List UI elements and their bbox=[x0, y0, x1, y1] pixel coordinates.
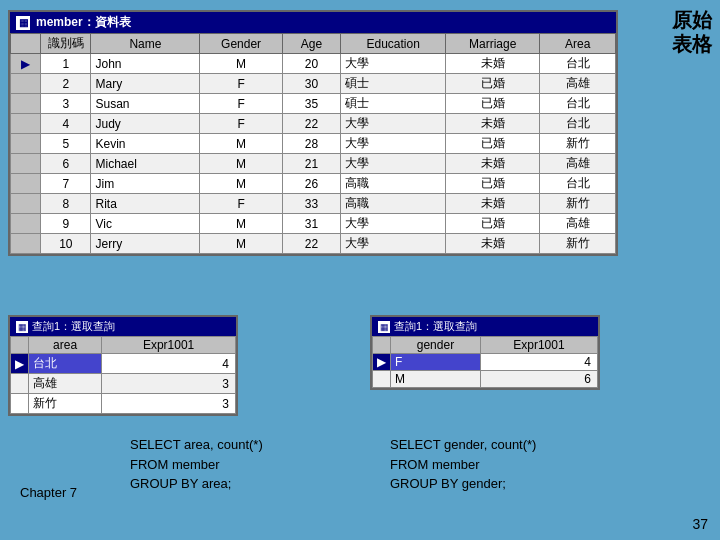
row-name: Judy bbox=[91, 114, 200, 134]
row-id: 6 bbox=[41, 154, 91, 174]
row-education: 大學 bbox=[341, 114, 446, 134]
query-left-table: area Expr1001 ▶台北4高雄3新竹3 bbox=[10, 336, 236, 414]
row-gender: F bbox=[200, 74, 282, 94]
row-id: 10 bbox=[41, 234, 91, 254]
row-arrow-cell bbox=[11, 234, 41, 254]
row-name: Susan bbox=[91, 94, 200, 114]
col-arrow-header bbox=[11, 34, 41, 54]
row-age: 26 bbox=[282, 174, 341, 194]
row-age: 35 bbox=[282, 94, 341, 114]
table-row: 3SusanF35碩士已婚台北 bbox=[11, 94, 616, 114]
row-arrow-cell bbox=[11, 74, 41, 94]
page-number: 37 bbox=[692, 516, 708, 532]
col-name-header: Name bbox=[91, 34, 200, 54]
row-age: 21 bbox=[282, 154, 341, 174]
row-age: 22 bbox=[282, 234, 341, 254]
col-marriage-header: Marriage bbox=[445, 34, 540, 54]
row-id: 9 bbox=[41, 214, 91, 234]
sql-left: SELECT area, count(*) FROM member GROUP … bbox=[130, 435, 263, 494]
query-right-titlebar: ▦ 查詢1：選取查詢 bbox=[372, 317, 598, 336]
row-arrow-cell bbox=[11, 194, 41, 214]
row-education: 碩士 bbox=[341, 94, 446, 114]
chapter-text: Chapter 7 bbox=[20, 485, 77, 500]
col-age-header: Age bbox=[282, 34, 341, 54]
row-marriage: 未婚 bbox=[445, 194, 540, 214]
row-arrow-cell bbox=[11, 114, 41, 134]
row-gender: F bbox=[200, 194, 282, 214]
row-id: 8 bbox=[41, 194, 91, 214]
col-area-header: Area bbox=[540, 34, 616, 54]
row-education: 碩士 bbox=[341, 74, 446, 94]
row-gender: M bbox=[200, 154, 282, 174]
row-gender: F bbox=[200, 114, 282, 134]
row-marriage: 已婚 bbox=[445, 94, 540, 114]
row-name: John bbox=[91, 54, 200, 74]
row-age: 28 bbox=[282, 134, 341, 154]
row-marriage: 已婚 bbox=[445, 214, 540, 234]
query-left-titlebar: ▦ 查詢1：選取查詢 bbox=[10, 317, 236, 336]
page-number-text: 37 bbox=[692, 516, 708, 532]
ql-area-col: area bbox=[29, 337, 102, 354]
row-marriage: 已婚 bbox=[445, 74, 540, 94]
row-id: 4 bbox=[41, 114, 91, 134]
table-row: 2MaryF30碩士已婚高雄 bbox=[11, 74, 616, 94]
top-label-line2: 表格 bbox=[672, 32, 712, 56]
table-row: 8RitaF33高職未婚新竹 bbox=[11, 194, 616, 214]
row-name: Michael bbox=[91, 154, 200, 174]
row-area: 新竹 bbox=[540, 194, 616, 214]
row-marriage: 未婚 bbox=[445, 114, 540, 134]
row-education: 大學 bbox=[341, 154, 446, 174]
query-right-icon: ▦ bbox=[378, 321, 390, 333]
query-right-header: gender Expr1001 bbox=[373, 337, 598, 354]
query-right-table: gender Expr1001 ▶F4M6 bbox=[372, 336, 598, 388]
row-name: Rita bbox=[91, 194, 200, 214]
row-age: 30 bbox=[282, 74, 341, 94]
query-left-title: 查詢1：選取查詢 bbox=[32, 319, 115, 334]
ql-area-cell: 高雄 bbox=[29, 374, 102, 394]
row-education: 大學 bbox=[341, 134, 446, 154]
ql-expr-col: Expr1001 bbox=[102, 337, 236, 354]
row-area: 台北 bbox=[540, 174, 616, 194]
row-gender: M bbox=[200, 54, 282, 74]
col-education-header: Education bbox=[341, 34, 446, 54]
ql-val-cell: 3 bbox=[102, 374, 236, 394]
row-name: Kevin bbox=[91, 134, 200, 154]
row-gender: M bbox=[200, 234, 282, 254]
row-age: 20 bbox=[282, 54, 341, 74]
row-education: 大學 bbox=[341, 234, 446, 254]
query-row: ▶台北4 bbox=[11, 354, 236, 374]
member-table: 識別碼 Name Gender Age Education Marriage A… bbox=[10, 33, 616, 254]
top-label: 原始 表格 bbox=[672, 8, 712, 56]
ql-val-cell: 3 bbox=[102, 394, 236, 414]
qr-gender-cell: F bbox=[391, 354, 481, 371]
sql-left-line3: GROUP BY area; bbox=[130, 474, 263, 494]
row-education: 大學 bbox=[341, 214, 446, 234]
chapter-label: Chapter 7 bbox=[20, 485, 77, 500]
row-area: 新竹 bbox=[540, 134, 616, 154]
qr-expr-col: Expr1001 bbox=[480, 337, 597, 354]
main-table-container: ▦ member：資料表 識別碼 Name Gender Age Educati… bbox=[8, 10, 618, 256]
qr-val-cell: 6 bbox=[480, 371, 597, 388]
ql-arrow-cell: ▶ bbox=[11, 354, 29, 374]
sql-left-line1: SELECT area, count(*) bbox=[130, 435, 263, 455]
row-arrow-cell bbox=[11, 214, 41, 234]
row-age: 33 bbox=[282, 194, 341, 214]
sql-right: SELECT gender, count(*) FROM member GROU… bbox=[390, 435, 536, 494]
row-area: 台北 bbox=[540, 94, 616, 114]
row-area: 高雄 bbox=[540, 214, 616, 234]
row-arrow-cell bbox=[11, 174, 41, 194]
table-row: ▶1JohnM20大學未婚台北 bbox=[11, 54, 616, 74]
row-id: 7 bbox=[41, 174, 91, 194]
ql-area-cell: 台北 bbox=[29, 354, 102, 374]
row-name: Jerry bbox=[91, 234, 200, 254]
row-id: 1 bbox=[41, 54, 91, 74]
qr-arrow-cell bbox=[373, 371, 391, 388]
row-education: 高職 bbox=[341, 174, 446, 194]
main-table-body: ▶1JohnM20大學未婚台北2MaryF30碩士已婚高雄3SusanF35碩士… bbox=[11, 54, 616, 254]
qr-arrow-col bbox=[373, 337, 391, 354]
row-arrow-cell bbox=[11, 154, 41, 174]
row-area: 高雄 bbox=[540, 74, 616, 94]
ql-arrow-cell bbox=[11, 394, 29, 414]
col-id-header: 識別碼 bbox=[41, 34, 91, 54]
row-arrow-cell bbox=[11, 134, 41, 154]
